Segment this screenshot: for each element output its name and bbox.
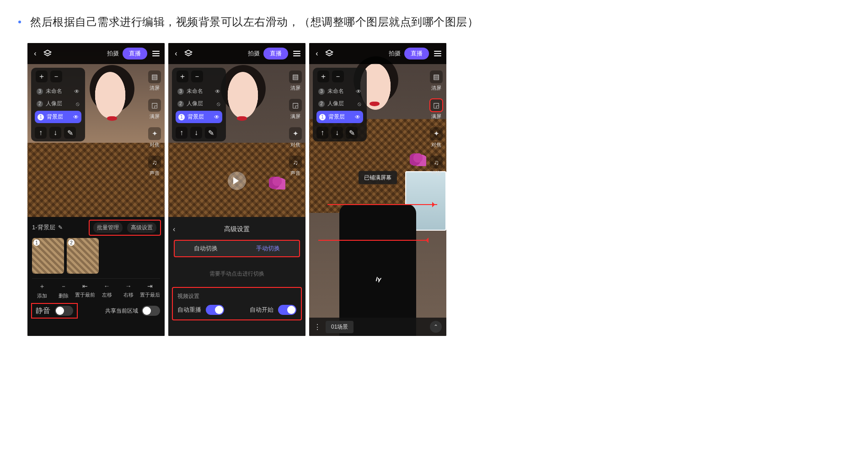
eye-icon[interactable]: 👁 <box>356 88 361 95</box>
video-settings-highlighted: 视频设置 自动重播 自动开始 <box>173 288 301 319</box>
thumbnail-2[interactable] <box>67 238 99 274</box>
live-tab[interactable]: 直播 <box>123 48 147 59</box>
layers-icon[interactable] <box>325 49 334 58</box>
op-add[interactable]: ＋添加 <box>32 282 52 299</box>
back-icon[interactable]: ‹ <box>313 49 321 58</box>
auto-replay-toggle[interactable] <box>206 305 224 315</box>
live-tab[interactable]: 直播 <box>263 48 288 59</box>
op-to-back[interactable]: ⇥置于最后 <box>140 282 160 299</box>
eye-hidden-icon[interactable]: ⦸ <box>358 101 361 107</box>
layer-label: 未命名 <box>46 87 62 95</box>
layer-item-3[interactable]: 3未命名👁 <box>315 85 365 97</box>
advanced-settings-button[interactable]: 高级设置 <box>127 222 156 233</box>
shoot-tab[interactable]: 拍摄 <box>107 49 119 58</box>
layer-label: 背景层 <box>188 113 204 121</box>
layers-icon[interactable] <box>43 49 52 58</box>
layer-item-3[interactable]: 3 未命名 👁 <box>33 85 83 97</box>
layer-panel: ＋ － 3未命名👁 2人像层⦸ 1背景层👁 ↑ ↓ ✎ <box>172 68 226 141</box>
back-icon[interactable]: ‹ <box>31 49 39 58</box>
auto-start-toggle[interactable] <box>278 305 296 315</box>
share-region-toggle[interactable] <box>142 306 160 316</box>
menu-icon[interactable] <box>433 49 443 59</box>
tool-fullscreen[interactable]: ◲满屏 <box>148 99 161 120</box>
mute-toggle[interactable] <box>55 306 73 316</box>
bottom-editor-panel: 1-背景层✎ 批量管理 高级设置 ＋添加 －删除 ⇤置于最前 ←左移 →右移 ⇥… <box>27 217 165 336</box>
move-up-icon[interactable]: ↑ <box>316 127 328 139</box>
auto-switch-tab[interactable]: 自动切换 <box>175 241 237 256</box>
tool-clear[interactable]: ▤清屏 <box>289 70 302 92</box>
eye-icon[interactable]: 👁 <box>355 114 360 120</box>
thumbnail-1[interactable] <box>32 238 64 274</box>
tool-focus[interactable]: ✦对焦 <box>289 127 302 148</box>
edit-icon[interactable]: ✎ <box>346 127 358 139</box>
tool-focus[interactable]: ✦对焦 <box>430 127 443 148</box>
eye-icon[interactable]: 👁 <box>74 88 80 95</box>
screenshot-1: ‹ 拍摄 直播 ＋ － 3 未命名 👁 2 人像层 ⦸ 1 <box>27 43 165 336</box>
tool-fullscreen-highlighted[interactable]: ◲满屏 <box>430 99 443 120</box>
eye-icon[interactable]: 👁 <box>73 114 79 120</box>
play-icon[interactable] <box>228 172 246 190</box>
layer-label: 背景层 <box>328 113 345 121</box>
expand-icon[interactable]: ⌃ <box>430 321 442 333</box>
layer-item-2[interactable]: 2人像层⦸ <box>315 97 365 110</box>
tool-sound[interactable]: ♫声音 <box>289 156 302 177</box>
move-down-icon[interactable]: ↓ <box>49 127 61 139</box>
eye-hidden-icon[interactable]: ⦸ <box>217 101 220 107</box>
right-tool-column: ▤清屏 ◲满屏 ✦对焦 ♫声音 <box>289 70 302 177</box>
layer-label: 人像层 <box>46 100 62 108</box>
focus-icon: ✦ <box>289 127 302 140</box>
layer-item-2[interactable]: 2人像层⦸ <box>174 97 224 110</box>
op-delete[interactable]: －删除 <box>54 282 74 299</box>
mute-label: 静音 <box>36 306 50 316</box>
screenshots-row: ‹ 拍摄 直播 ＋ － 3 未命名 👁 2 人像层 ⦸ 1 <box>27 43 850 336</box>
right-tool-column: ▤清屏 ◲满屏 ✦对焦 ♫声音 <box>430 70 443 177</box>
tool-focus[interactable]: ✦对焦 <box>148 127 161 148</box>
editor-title[interactable]: 1-背景层✎ <box>32 223 63 232</box>
tool-clear[interactable]: ▤清屏 <box>148 70 161 92</box>
panel-back-icon[interactable]: ‹ <box>173 225 182 233</box>
manual-switch-tab[interactable]: 手动切换 <box>237 241 299 256</box>
layer-remove-button[interactable]: － <box>332 70 344 82</box>
eye-icon[interactable]: 👁 <box>215 88 220 95</box>
move-down-icon[interactable]: ↓ <box>331 127 343 139</box>
menu-icon[interactable] <box>292 49 302 59</box>
tool-sound[interactable]: ♫声音 <box>430 156 443 177</box>
batch-manage-button[interactable]: 批量管理 <box>93 222 123 233</box>
layer-item-2[interactable]: 2 人像层 ⦸ <box>33 97 83 110</box>
layer-remove-button[interactable]: － <box>50 70 62 82</box>
tool-fullscreen[interactable]: ◲满屏 <box>289 99 302 120</box>
eye-hidden-icon[interactable]: ⦸ <box>76 101 80 107</box>
layer-add-button[interactable]: ＋ <box>317 70 329 82</box>
scene-label[interactable]: 01场景 <box>326 321 354 333</box>
layers-icon[interactable] <box>184 49 193 58</box>
shoot-tab[interactable]: 拍摄 <box>389 49 401 58</box>
tool-sound[interactable]: ♫声音 <box>148 156 161 177</box>
video-settings-title: 视频设置 <box>177 292 296 300</box>
op-move-left[interactable]: ←左移 <box>97 282 117 299</box>
move-up-icon[interactable]: ↑ <box>176 127 188 139</box>
more-icon[interactable]: ⋮ <box>314 323 321 331</box>
shoot-tab[interactable]: 拍摄 <box>248 49 260 58</box>
eye-icon[interactable]: 👁 <box>214 114 220 120</box>
arrow-right-icon: → <box>125 282 132 290</box>
layer-item-1-active[interactable]: 1 背景层 👁 <box>35 111 81 123</box>
layer-item-1-active[interactable]: 1背景层👁 <box>176 111 222 123</box>
layer-add-button[interactable]: ＋ <box>177 70 188 82</box>
edit-icon[interactable]: ✎ <box>205 127 217 139</box>
move-up-icon[interactable]: ↑ <box>35 127 47 139</box>
fullscreen-icon: ◲ <box>289 99 302 112</box>
fullscreen-icon: ◲ <box>430 99 443 112</box>
layer-item-3[interactable]: 3未命名👁 <box>174 85 224 97</box>
layer-item-1-active[interactable]: 1背景层👁 <box>316 111 363 123</box>
layer-add-button[interactable]: ＋ <box>36 70 48 82</box>
op-to-front[interactable]: ⇤置于最前 <box>75 282 95 299</box>
tool-clear[interactable]: ▤清屏 <box>430 70 443 92</box>
live-tab[interactable]: 直播 <box>404 48 429 59</box>
edit-icon[interactable]: ✎ <box>64 127 76 139</box>
layer-label: 未命名 <box>327 87 344 95</box>
menu-icon[interactable] <box>151 49 161 59</box>
back-icon[interactable]: ‹ <box>172 49 180 58</box>
move-down-icon[interactable]: ↓ <box>190 127 202 139</box>
layer-remove-button[interactable]: － <box>191 70 203 82</box>
op-move-right[interactable]: →右移 <box>118 282 139 299</box>
